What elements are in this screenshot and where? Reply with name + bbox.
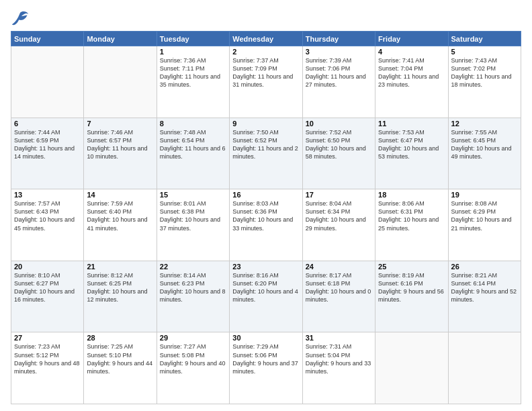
calendar-cell: 25Sunrise: 8:19 AM Sunset: 6:16 PM Dayli… bbox=[375, 261, 448, 332]
day-detail: Sunrise: 8:14 AM Sunset: 6:23 PM Dayligh… bbox=[160, 271, 226, 304]
day-detail: Sunrise: 8:01 AM Sunset: 6:38 PM Dayligh… bbox=[160, 199, 226, 232]
day-number: 6 bbox=[14, 120, 81, 128]
day-number: 22 bbox=[160, 263, 226, 271]
day-number: 7 bbox=[87, 120, 153, 128]
day-detail: Sunrise: 8:04 AM Sunset: 6:34 PM Dayligh… bbox=[306, 199, 372, 232]
day-number: 12 bbox=[451, 120, 518, 128]
calendar-week-1: 1Sunrise: 7:36 AM Sunset: 7:11 PM Daylig… bbox=[11, 46, 521, 118]
day-number: 31 bbox=[306, 334, 372, 342]
calendar-cell: 18Sunrise: 8:06 AM Sunset: 6:31 PM Dayli… bbox=[375, 189, 448, 261]
header bbox=[11, 8, 521, 27]
calendar-cell bbox=[11, 46, 84, 118]
calendar-cell: 28Sunrise: 7:25 AM Sunset: 5:10 PM Dayli… bbox=[84, 332, 157, 404]
calendar-header-friday: Friday bbox=[375, 32, 448, 46]
calendar-header-thursday: Thursday bbox=[302, 32, 375, 46]
calendar-header-saturday: Saturday bbox=[448, 32, 521, 46]
day-detail: Sunrise: 7:25 AM Sunset: 5:10 PM Dayligh… bbox=[87, 342, 153, 375]
day-number: 17 bbox=[306, 191, 372, 199]
day-number: 14 bbox=[87, 191, 153, 199]
day-detail: Sunrise: 7:39 AM Sunset: 7:06 PM Dayligh… bbox=[306, 56, 372, 89]
calendar-cell bbox=[448, 332, 521, 404]
day-detail: Sunrise: 8:19 AM Sunset: 6:16 PM Dayligh… bbox=[378, 271, 445, 304]
calendar-cell: 11Sunrise: 7:53 AM Sunset: 6:47 PM Dayli… bbox=[375, 118, 448, 189]
day-number: 25 bbox=[378, 263, 445, 271]
calendar-cell: 17Sunrise: 8:04 AM Sunset: 6:34 PM Dayli… bbox=[302, 189, 375, 261]
calendar-header-wednesday: Wednesday bbox=[230, 32, 302, 46]
calendar-week-4: 20Sunrise: 8:10 AM Sunset: 6:27 PM Dayli… bbox=[11, 261, 521, 332]
day-detail: Sunrise: 7:52 AM Sunset: 6:50 PM Dayligh… bbox=[306, 128, 372, 161]
day-detail: Sunrise: 8:21 AM Sunset: 6:14 PM Dayligh… bbox=[451, 271, 518, 304]
calendar-cell: 22Sunrise: 8:14 AM Sunset: 6:23 PM Dayli… bbox=[157, 261, 229, 332]
calendar-header-tuesday: Tuesday bbox=[157, 32, 229, 46]
day-number: 16 bbox=[232, 191, 299, 199]
day-number: 23 bbox=[232, 263, 299, 271]
calendar-cell: 8Sunrise: 7:48 AM Sunset: 6:54 PM Daylig… bbox=[157, 118, 229, 189]
calendar-cell: 7Sunrise: 7:46 AM Sunset: 6:57 PM Daylig… bbox=[84, 118, 157, 189]
calendar-cell: 10Sunrise: 7:52 AM Sunset: 6:50 PM Dayli… bbox=[302, 118, 375, 189]
calendar-header-sunday: Sunday bbox=[11, 32, 84, 46]
day-detail: Sunrise: 7:57 AM Sunset: 6:43 PM Dayligh… bbox=[14, 199, 81, 232]
day-detail: Sunrise: 7:41 AM Sunset: 7:04 PM Dayligh… bbox=[378, 56, 445, 89]
calendar-cell: 5Sunrise: 7:43 AM Sunset: 7:02 PM Daylig… bbox=[448, 46, 521, 118]
calendar-table: SundayMondayTuesdayWednesdayThursdayFrid… bbox=[11, 31, 521, 404]
day-number: 9 bbox=[232, 120, 299, 128]
calendar-cell bbox=[84, 46, 157, 118]
day-detail: Sunrise: 7:23 AM Sunset: 5:12 PM Dayligh… bbox=[14, 342, 81, 375]
day-detail: Sunrise: 7:48 AM Sunset: 6:54 PM Dayligh… bbox=[160, 128, 226, 161]
calendar-cell: 24Sunrise: 8:17 AM Sunset: 6:18 PM Dayli… bbox=[302, 261, 375, 332]
day-number: 29 bbox=[160, 334, 226, 342]
day-detail: Sunrise: 7:31 AM Sunset: 5:04 PM Dayligh… bbox=[306, 342, 372, 375]
day-detail: Sunrise: 8:06 AM Sunset: 6:31 PM Dayligh… bbox=[378, 199, 445, 232]
day-number: 21 bbox=[87, 263, 153, 271]
day-number: 19 bbox=[451, 191, 518, 199]
day-number: 20 bbox=[14, 263, 81, 271]
calendar-cell: 12Sunrise: 7:55 AM Sunset: 6:45 PM Dayli… bbox=[448, 118, 521, 189]
day-number: 28 bbox=[87, 334, 153, 342]
day-detail: Sunrise: 7:27 AM Sunset: 5:08 PM Dayligh… bbox=[160, 342, 226, 375]
page: SundayMondayTuesdayWednesdayThursdayFrid… bbox=[0, 0, 532, 411]
day-number: 18 bbox=[378, 191, 445, 199]
calendar-cell: 13Sunrise: 7:57 AM Sunset: 6:43 PM Dayli… bbox=[11, 189, 84, 261]
day-number: 30 bbox=[232, 334, 299, 342]
day-number: 26 bbox=[451, 263, 518, 271]
day-detail: Sunrise: 7:37 AM Sunset: 7:09 PM Dayligh… bbox=[232, 56, 299, 89]
day-detail: Sunrise: 8:08 AM Sunset: 6:29 PM Dayligh… bbox=[451, 199, 518, 232]
calendar-cell: 29Sunrise: 7:27 AM Sunset: 5:08 PM Dayli… bbox=[157, 332, 229, 404]
day-detail: Sunrise: 7:55 AM Sunset: 6:45 PM Dayligh… bbox=[451, 128, 518, 161]
calendar-cell: 30Sunrise: 7:29 AM Sunset: 5:06 PM Dayli… bbox=[230, 332, 302, 404]
calendar-header-row: SundayMondayTuesdayWednesdayThursdayFrid… bbox=[11, 32, 521, 46]
calendar-cell: 4Sunrise: 7:41 AM Sunset: 7:04 PM Daylig… bbox=[375, 46, 448, 118]
day-number: 11 bbox=[378, 120, 445, 128]
day-detail: Sunrise: 8:17 AM Sunset: 6:18 PM Dayligh… bbox=[306, 271, 372, 304]
calendar-cell: 1Sunrise: 7:36 AM Sunset: 7:11 PM Daylig… bbox=[157, 46, 229, 118]
day-detail: Sunrise: 7:59 AM Sunset: 6:40 PM Dayligh… bbox=[87, 199, 153, 232]
calendar-cell: 16Sunrise: 8:03 AM Sunset: 6:36 PM Dayli… bbox=[230, 189, 302, 261]
calendar-cell: 21Sunrise: 8:12 AM Sunset: 6:25 PM Dayli… bbox=[84, 261, 157, 332]
calendar-cell: 9Sunrise: 7:50 AM Sunset: 6:52 PM Daylig… bbox=[230, 118, 302, 189]
calendar-cell: 26Sunrise: 8:21 AM Sunset: 6:14 PM Dayli… bbox=[448, 261, 521, 332]
day-detail: Sunrise: 8:10 AM Sunset: 6:27 PM Dayligh… bbox=[14, 271, 81, 304]
calendar-cell: 19Sunrise: 8:08 AM Sunset: 6:29 PM Dayli… bbox=[448, 189, 521, 261]
calendar-header-monday: Monday bbox=[84, 32, 157, 46]
logo bbox=[11, 8, 32, 27]
calendar-cell: 3Sunrise: 7:39 AM Sunset: 7:06 PM Daylig… bbox=[302, 46, 375, 118]
day-number: 8 bbox=[160, 120, 226, 128]
day-detail: Sunrise: 7:29 AM Sunset: 5:06 PM Dayligh… bbox=[232, 342, 299, 375]
day-number: 15 bbox=[160, 191, 226, 199]
calendar-cell: 27Sunrise: 7:23 AM Sunset: 5:12 PM Dayli… bbox=[11, 332, 84, 404]
day-detail: Sunrise: 8:16 AM Sunset: 6:20 PM Dayligh… bbox=[232, 271, 299, 304]
calendar-cell: 6Sunrise: 7:44 AM Sunset: 6:59 PM Daylig… bbox=[11, 118, 84, 189]
day-detail: Sunrise: 8:03 AM Sunset: 6:36 PM Dayligh… bbox=[232, 199, 299, 232]
calendar-cell: 2Sunrise: 7:37 AM Sunset: 7:09 PM Daylig… bbox=[230, 46, 302, 118]
calendar-cell: 31Sunrise: 7:31 AM Sunset: 5:04 PM Dayli… bbox=[302, 332, 375, 404]
day-number: 3 bbox=[306, 48, 372, 56]
logo-icon bbox=[11, 8, 30, 27]
day-detail: Sunrise: 7:44 AM Sunset: 6:59 PM Dayligh… bbox=[14, 128, 81, 161]
day-detail: Sunrise: 7:36 AM Sunset: 7:11 PM Dayligh… bbox=[160, 56, 226, 89]
calendar-cell: 15Sunrise: 8:01 AM Sunset: 6:38 PM Dayli… bbox=[157, 189, 229, 261]
day-number: 2 bbox=[232, 48, 299, 56]
calendar-cell bbox=[375, 332, 448, 404]
day-number: 24 bbox=[306, 263, 372, 271]
calendar-cell: 23Sunrise: 8:16 AM Sunset: 6:20 PM Dayli… bbox=[230, 261, 302, 332]
day-number: 5 bbox=[451, 48, 518, 56]
